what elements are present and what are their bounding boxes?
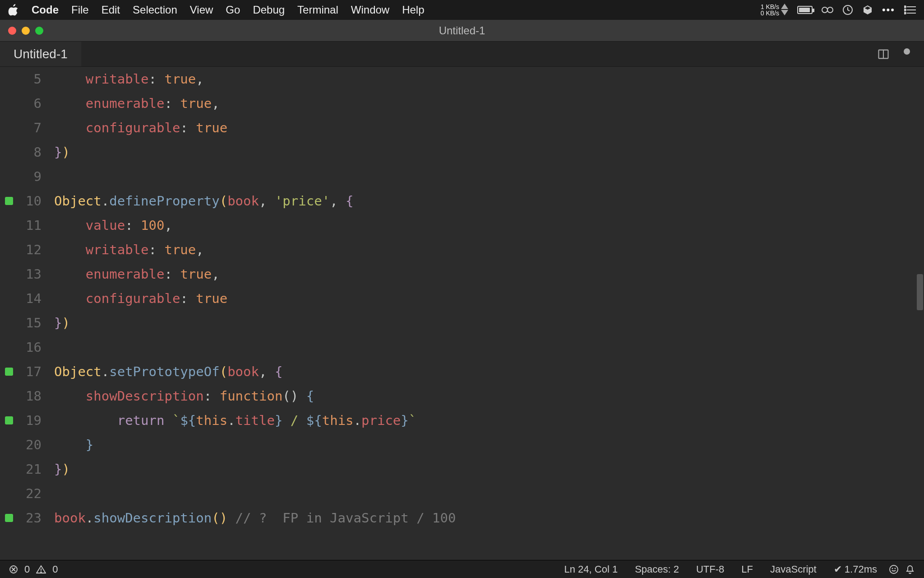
gutter-marker (0, 91, 18, 116)
dirty-indicator-icon[interactable] (903, 48, 910, 61)
svg-point-18 (892, 568, 893, 569)
code-content: Object.setPrototypeOf(book, { (54, 359, 282, 384)
split-editor-icon[interactable] (877, 48, 890, 61)
code-content: configurable: true (54, 116, 227, 140)
gutter-marker (0, 457, 18, 481)
line-number: 23 (18, 506, 54, 530)
macos-menubar: Code File Edit Selection View Go Debug T… (0, 0, 924, 20)
overview-ruler[interactable] (916, 67, 924, 560)
battery-icon[interactable] (797, 6, 813, 14)
gutter-marker (0, 286, 18, 311)
code-content: return `${this.title} / ${this.price}` (54, 408, 416, 433)
code-content: } (54, 433, 93, 457)
svg-point-7 (904, 9, 906, 11)
gutter-marker (0, 408, 18, 433)
line-number: 22 (18, 481, 54, 506)
line-number: 11 (18, 213, 54, 238)
code-line[interactable]: 11 value: 100, (0, 213, 924, 238)
gutter-marker (0, 506, 18, 530)
code-content: book.showDescription() // ? FP in JavaSc… (54, 506, 456, 530)
line-number: 14 (18, 286, 54, 311)
code-line[interactable]: 21}) (0, 457, 924, 481)
gutter-marker (0, 433, 18, 457)
eol[interactable]: LF (736, 564, 758, 575)
tab-label: Untitled-1 (14, 47, 68, 61)
code-line[interactable]: 13 enumerable: true, (0, 262, 924, 286)
errors-icon[interactable] (9, 565, 18, 574)
gutter-marker (0, 359, 18, 384)
code-line[interactable]: 20 } (0, 433, 924, 457)
code-line[interactable]: 5 writable: true, (0, 67, 924, 91)
menu-window[interactable]: Window (351, 4, 389, 16)
menu-debug[interactable]: Debug (253, 4, 285, 16)
menu-file[interactable]: File (71, 4, 89, 16)
code-editor[interactable]: 5 writable: true,6 enumerable: true,7 co… (0, 67, 924, 560)
language-mode[interactable]: JavaScript (765, 564, 822, 575)
line-number: 8 (18, 140, 54, 164)
gutter-marker (0, 189, 18, 213)
gutter-marker (0, 384, 18, 408)
code-content: writable: true, (54, 238, 204, 262)
code-line[interactable]: 17Object.setPrototypeOf(book, { (0, 359, 924, 384)
apple-menu-icon[interactable] (8, 4, 19, 16)
editor-tabs: Untitled-1 (0, 42, 924, 67)
timing[interactable]: 1.72ms (828, 564, 882, 575)
gutter-marker (0, 311, 18, 335)
menu-selection[interactable]: Selection (133, 4, 177, 16)
line-number: 9 (18, 164, 54, 189)
line-number: 13 (18, 262, 54, 286)
line-number: 17 (18, 359, 54, 384)
line-number: 7 (18, 116, 54, 140)
line-number: 12 (18, 238, 54, 262)
menu-help[interactable]: Help (402, 4, 424, 16)
code-content: enumerable: true, (54, 262, 220, 286)
feedback-icon[interactable] (889, 564, 899, 574)
svg-point-16 (41, 572, 42, 573)
svg-point-0 (822, 7, 827, 13)
app-name[interactable]: Code (32, 4, 59, 16)
more-icon[interactable]: ••• (882, 4, 895, 16)
notifications-icon[interactable] (905, 564, 915, 574)
line-number: 10 (18, 189, 54, 213)
code-content: enumerable: true, (54, 91, 220, 116)
cube-icon[interactable] (862, 5, 873, 15)
network-speed-indicator[interactable]: 1 KB/s 0 KB/s (761, 4, 788, 16)
code-line[interactable]: 12 writable: true, (0, 238, 924, 262)
warnings-icon[interactable] (36, 565, 46, 574)
code-content: }) (54, 311, 70, 335)
svg-point-11 (904, 48, 910, 55)
indentation[interactable]: Spaces: 2 (629, 564, 684, 575)
link-icon[interactable] (822, 6, 833, 14)
code-line[interactable]: 7 configurable: true (0, 116, 924, 140)
code-line[interactable]: 15}) (0, 311, 924, 335)
warnings-count[interactable]: 0 (52, 564, 58, 575)
errors-count[interactable]: 0 (24, 564, 30, 575)
gutter-marker (0, 67, 18, 91)
gutter-marker (0, 238, 18, 262)
code-line[interactable]: 10Object.defineProperty(book, 'price', { (0, 189, 924, 213)
code-line[interactable]: 18 showDescription: function() { (0, 384, 924, 408)
code-line[interactable]: 9 (0, 164, 924, 189)
encoding[interactable]: UTF-8 (691, 564, 730, 575)
menu-terminal[interactable]: Terminal (297, 4, 338, 16)
code-line[interactable]: 22 (0, 481, 924, 506)
svg-point-8 (904, 12, 906, 14)
list-icon[interactable] (904, 5, 916, 15)
clock-icon[interactable] (842, 5, 853, 15)
code-line[interactable]: 6 enumerable: true, (0, 91, 924, 116)
menu-go[interactable]: Go (226, 4, 240, 16)
code-line[interactable]: 23book.showDescription() // ? FP in Java… (0, 506, 924, 530)
code-line[interactable]: 8}) (0, 140, 924, 164)
code-content: value: 100, (54, 213, 172, 238)
code-line[interactable]: 14 configurable: true (0, 286, 924, 311)
menu-edit[interactable]: Edit (102, 4, 120, 16)
code-line[interactable]: 19 return `${this.title} / ${this.price}… (0, 408, 924, 433)
tab-untitled[interactable]: Untitled-1 (0, 42, 81, 66)
code-line[interactable]: 16 (0, 335, 924, 359)
gutter-marker (0, 262, 18, 286)
svg-point-19 (895, 568, 896, 569)
menu-view[interactable]: View (190, 4, 213, 16)
window-title: Untitled-1 (0, 24, 924, 37)
gutter-marker (0, 335, 18, 359)
cursor-position[interactable]: Ln 24, Col 1 (559, 564, 624, 575)
